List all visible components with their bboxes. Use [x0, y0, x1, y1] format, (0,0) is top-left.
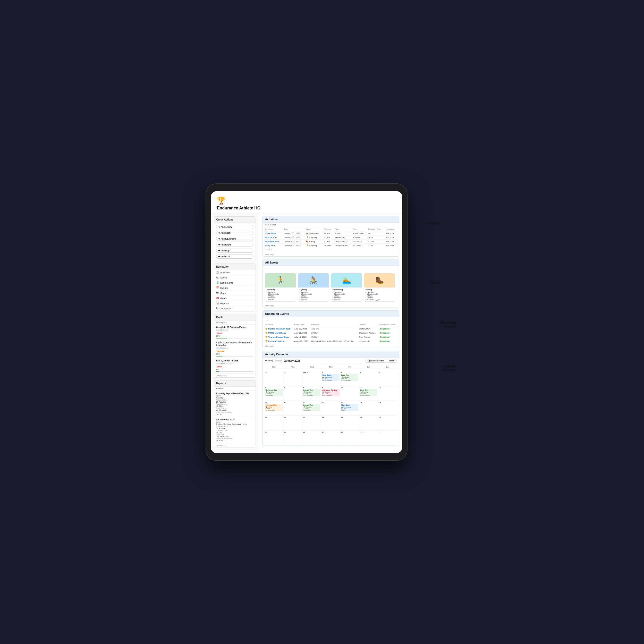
cal-event[interactable]: Slow Swim 🏊 Swimming 0.6 km 01mn [341, 404, 358, 411]
cal-event[interactable]: Interval Run 🏃 Running 7.2 km 40min 35s [303, 404, 320, 411]
cal-cell-w1-d0[interactable]: 6 Recovery Run 🏃 Running 7.79 km 59min 2… [265, 386, 283, 401]
cal-cell-w0-d3[interactable]: 2 Slow Swim 🏊 Swimming 0.6 km 2h 12min 5… [321, 371, 340, 386]
cal-cell-w3-d1[interactable]: 21 [283, 416, 302, 431]
sport-stat-2-4: •2 Goals [333, 299, 360, 300]
today-button[interactable]: Today [387, 359, 396, 363]
activity-name-1[interactable]: Interval Run [264, 235, 283, 239]
cal-cell-w0-d1[interactable]: 31 [283, 371, 302, 386]
cal-cell-w3-d0[interactable]: 20 [265, 416, 283, 431]
quick-actions-buttons: ✚ Add Activity ✚ Add Sport ✚ Add Equipme… [214, 223, 256, 261]
cal-cell-w4-d3[interactable]: 30 [321, 431, 340, 446]
sport-card-hiking[interactable]: 🥾 Hiking •1 Activity •4 Equipments •1 Ma… [364, 273, 395, 302]
cal-cell-w2-d3[interactable]: 16 [321, 401, 340, 416]
cal-cell-w3-d3[interactable]: 23 [321, 416, 340, 431]
cal-event[interactable]: Long Run 🏃 Running 11.8 km 1h 11min 33s [341, 374, 358, 381]
cal-event-sport: 🥾 Hiking [266, 406, 282, 408]
add-map-button[interactable]: ✚ Add Map [216, 249, 253, 253]
cal-cell-w2-d0[interactable]: 13 Intensive Hike 🥾 Hiking 6.2 km 1h 12m… [265, 401, 283, 416]
cal-cell-w1-d2[interactable]: 8 Interval Run 🏃 Running 9.2 km 1h 04min… [302, 386, 321, 401]
event-name-1[interactable]: 🏆 UTMB Mont-Blanc [264, 331, 293, 335]
event-name-3[interactable]: 🏆 London Triathlon [264, 339, 293, 343]
cal-cell-w2-d1[interactable]: 14 [283, 401, 302, 416]
activity-name-2[interactable]: Intensive Hike [264, 239, 283, 243]
app-header: 🏆 Endurance Athlete HQ [211, 191, 402, 213]
cal-event-name: Recovery Run [266, 389, 282, 391]
reports-view-more[interactable]: View page [214, 443, 256, 447]
cal-cell-w0-d6[interactable]: 5 [378, 371, 397, 386]
cal-cell-w3-d6[interactable]: 26 [378, 416, 397, 431]
cal-event[interactable]: Recovery Run 🏃 Running 7.79 km 59min 23s [265, 389, 283, 396]
add-goal-button[interactable]: ✚ Add Goal [216, 255, 253, 259]
cal-cell-w3-d4[interactable]: 24 [340, 416, 359, 431]
cal-cell-w0-d0[interactable]: 30 [265, 371, 283, 386]
cal-cell-w4-d4[interactable]: 31 [340, 431, 359, 446]
cal-event[interactable]: Interval Run 🏃 Running 9.2 km 1h 04min 3… [303, 389, 320, 396]
cal-cell-w3-d2[interactable]: 22 [302, 416, 321, 431]
cal-cell-w0-d4[interactable]: 3 Long Run 🏃 Running 11.8 km 1h 11min 33… [340, 371, 359, 386]
cal-cell-w3-d5[interactable]: 25 [359, 416, 378, 431]
sport-card-running[interactable]: 🏃 Running •9 Activities •4 Equipments •7… [265, 273, 296, 302]
nav-events[interactable]: 📅Events [214, 285, 256, 291]
nav-maps[interactable]: 🗺Maps [214, 291, 256, 296]
tab-weekly[interactable]: Weekly [275, 360, 282, 362]
cal-cell-w0-d2[interactable]: Jan 1 [302, 371, 321, 386]
nav-sports[interactable]: ⚽Sports [214, 275, 256, 280]
event-name-0[interactable]: 🏆 Boston Marathon 2025 [264, 327, 293, 331]
cal-event[interactable]: Intensive Hike 🥾 Hiking 6.2 km 1h 12min … [265, 404, 283, 411]
cal-cell-w2-d2[interactable]: 15 Interval Run 🏃 Running 7.2 km 40min 3… [302, 401, 321, 416]
activity-name-3[interactable]: Long Run [264, 243, 283, 248]
report-elevation-label-0: Total Elevation Gain [216, 411, 253, 413]
events-view-more[interactable]: View page [262, 344, 399, 348]
nav-activities[interactable]: 📋Activities [214, 270, 256, 275]
sports-view-more[interactable]: View page [262, 304, 399, 308]
cal-event[interactable]: Slow Swim 🏊 Swimming 0.6 km 2h 12min 53s [322, 374, 339, 381]
event-location-2: Alps, France [358, 335, 378, 339]
cal-cell-w1-d3[interactable]: 9 Afternoon Cycling 🚴 Cycling 42.7 km 1h… [321, 386, 340, 401]
cal-event[interactable]: Long Run 🏃 Running 17.3 km 1h 56min 76s [360, 389, 377, 396]
cal-cell-w2-d4[interactable]: 17 Slow Swim 🏊 Swimming 0.6 km 01mn [340, 401, 359, 416]
add-equipment-button[interactable]: ✚ Add Equipment [216, 237, 253, 241]
goal-title-2: Run 1,000 km in 2025 [216, 359, 253, 362]
add-activity-button[interactable]: ✚ Add Activity [216, 225, 253, 229]
cal-cell-w1-d1[interactable]: 7 [283, 386, 302, 401]
activities-view-more[interactable]: View page [262, 252, 399, 256]
sport-card-swimming[interactable]: 🏊 Swimming •2 Activities •3 Equipments •… [331, 273, 362, 302]
cal-event-name: Interval Run [303, 389, 320, 391]
cal-cell-w4-d0[interactable]: 27 [265, 431, 283, 446]
nav-equipments[interactable]: 🎽Equipments [214, 280, 256, 285]
event-distance-0: 42.2 km [310, 327, 358, 331]
cal-cell-w4-d6[interactable]: 2 [378, 431, 397, 446]
cal-event[interactable]: Afternoon Cycling 🚴 Cycling 42.7 km 1h 0… [322, 389, 339, 396]
activity-date-3: January 11, 2025 [283, 243, 305, 248]
activity-name-0[interactable]: Slow Swim [264, 231, 283, 235]
nav-goals[interactable]: 🎯Goals [214, 296, 256, 301]
goals-view-more[interactable]: View page [214, 374, 256, 377]
col-elevation: Elevation Gain [367, 227, 385, 231]
nav-reports[interactable]: 📊Reports [214, 301, 256, 306]
sport-card-cycling[interactable]: 🚴 Cycling •5 Activities •4 Equipments •1… [298, 273, 329, 302]
report-activities-value-1: 10 Activities [216, 427, 253, 429]
add-event-button[interactable]: ✚ Add Event [216, 243, 253, 247]
cal-cell-w2-d6[interactable]: 19 [378, 401, 397, 416]
goal-progress-label-1: 15% [216, 353, 253, 355]
event-col-distance: Distance [310, 323, 358, 327]
add-sport-button[interactable]: ✚ Add Sport [216, 231, 253, 235]
cal-cell-w4-d1[interactable]: 28 [283, 431, 302, 446]
calendar-section: Activity Calendar Monthly Weekly January… [262, 351, 399, 447]
cal-cell-w4-d5[interactable]: Feb 1 [359, 431, 378, 446]
cal-event-sport: 🏃 Running [360, 391, 377, 393]
cal-cell-w1-d6[interactable]: 12 [378, 386, 397, 401]
tab-monthly[interactable]: Monthly [265, 359, 273, 362]
report-distance-label-0: Total Distance [216, 403, 253, 405]
cal-cell-w1-d5[interactable]: 11 Long Run 🏃 Running 17.3 km 1h 56min 7… [359, 386, 378, 401]
nav-databases[interactable]: 🗄Databases [214, 306, 256, 311]
activity-time-2: 1h 12min 21s [334, 239, 352, 243]
event-status-0: Registered [378, 327, 397, 331]
cal-cell-w4-d2[interactable]: 29 [302, 431, 321, 446]
report-sport-label-0: Sports [216, 395, 253, 397]
event-name-2[interactable]: 🏆 Tour de France Étape [264, 335, 293, 339]
cal-cell-w1-d4[interactable]: 10 [340, 386, 359, 401]
cal-cell-w2-d5[interactable]: 18 [359, 401, 378, 416]
open-in-calendar-button[interactable]: Open in Calendar [366, 359, 386, 363]
cal-cell-w0-d5[interactable]: 4 [359, 371, 378, 386]
